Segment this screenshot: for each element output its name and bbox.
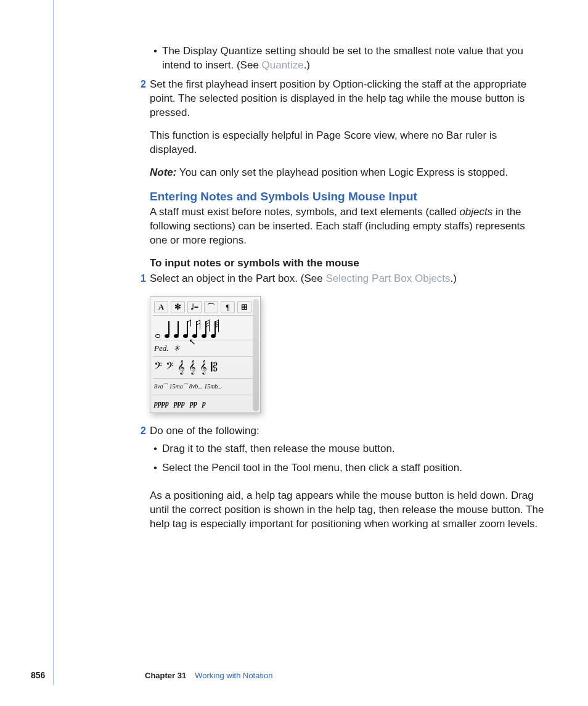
dynamic-symbol[interactable]: pppp: [154, 398, 169, 408]
procedure-title: To input notes or symbols with the mouse: [150, 257, 544, 271]
pedal-release-icon[interactable]: ✳: [173, 343, 180, 354]
body-text: .): [451, 273, 457, 284]
body-text: A staff must exist before notes, symbols…: [150, 206, 459, 218]
list-item: • The Display Quantize setting should be…: [150, 44, 544, 73]
whole-note-icon[interactable]: [154, 321, 161, 338]
numbered-step: 2 Do one of the following: • Drag it to …: [137, 424, 544, 532]
thirtysecond-note-icon[interactable]: [200, 321, 208, 338]
bullet-icon: •: [153, 44, 157, 59]
numbered-step: 2 Set the first playhead insert position…: [137, 78, 544, 180]
bullet-icon: •: [153, 442, 157, 456]
part-box-panel: A ✻ ♩= ⌒ ¶ ⊞ ↖: [150, 296, 261, 413]
treble-clef-icon[interactable]: 𝄞: [178, 359, 185, 376]
chapter-label: Chapter 31: [145, 670, 186, 681]
note-paragraph: Note: You can only set the playhead posi…: [150, 166, 544, 180]
chapter-info: Chapter 31 Working with Notation: [145, 670, 272, 681]
body-text: This function is especially helpful in P…: [150, 129, 544, 157]
half-note-icon[interactable]: [163, 321, 171, 338]
page-number: 856: [31, 670, 52, 681]
part-box-dynamics-row: pppp ppp pp p: [153, 395, 258, 411]
body-text: Select the Pencil tool in the Tool menu,…: [162, 462, 462, 474]
bass-clef-icon[interactable]: 𝄢: [154, 359, 162, 376]
dynamic-symbol[interactable]: pp: [190, 398, 197, 408]
page-footer: 856 Chapter 31 Working with Notation: [31, 670, 549, 681]
bullet-icon: •: [153, 461, 157, 475]
chapter-title: Working with Notation: [195, 670, 272, 681]
dynamic-symbol[interactable]: ppp: [174, 398, 185, 408]
step-number: 1: [137, 272, 146, 285]
octave-symbol[interactable]: 15ma⎴: [169, 382, 186, 391]
quarter-note-icon[interactable]: [173, 321, 180, 338]
part-box-tab[interactable]: ♩=: [187, 301, 202, 313]
left-vertical-rule: [53, 0, 54, 685]
content-column: • The Display Quantize setting should be…: [150, 44, 544, 540]
emphasized-text: objects: [459, 206, 492, 218]
body-text: .): [304, 59, 310, 71]
bass-clef-icon[interactable]: 𝄢: [166, 359, 174, 376]
sixtyfourth-note-icon[interactable]: [210, 321, 217, 338]
list-item: • Select the Pencil tool in the Tool men…: [150, 461, 544, 475]
body-text: The Display Quantize setting should be s…: [162, 45, 523, 71]
part-box-tab[interactable]: ¶: [221, 301, 235, 313]
body-text: Set the first playhead insert position b…: [150, 78, 544, 120]
treble-clef-icon[interactable]: 𝄞: [189, 359, 196, 376]
treble-clef-icon[interactable]: 𝄞: [200, 359, 207, 376]
part-box-clef-row: 𝄢 𝄢 𝄞 𝄞 𝄞 𝄡: [153, 357, 258, 379]
octave-symbol[interactable]: 15mb⎵: [204, 382, 221, 391]
part-box-tab[interactable]: A: [154, 301, 168, 313]
octave-symbol[interactable]: 8va⎴: [154, 382, 166, 391]
part-box-tab[interactable]: ⊞: [237, 301, 251, 313]
figure-part-box: A ✻ ♩= ⌒ ¶ ⊞ ↖: [150, 296, 544, 413]
part-box-octave-row: 8va⎴ 15ma⎴ 8vb⎵ 15mb⎵: [153, 379, 258, 395]
body-paragraph: A staff must exist before notes, symbols…: [150, 205, 544, 248]
eighth-note-icon[interactable]: [182, 321, 189, 338]
body-text: You can only set the playhead position w…: [176, 166, 508, 178]
link-selecting-part-box[interactable]: Selecting Part Box Objects: [325, 273, 450, 284]
dynamic-symbol[interactable]: p: [202, 398, 206, 408]
alto-clef-icon[interactable]: 𝄡: [211, 359, 218, 376]
link-quantize[interactable]: Quantize: [262, 59, 304, 71]
body-text: Drag it to the staff, then release the m…: [162, 443, 395, 454]
body-text: As a positioning aid, a help tag appears…: [150, 489, 544, 532]
body-text: Do one of the following:: [150, 424, 544, 438]
part-box-tab-row: A ✻ ♩= ⌒ ¶ ⊞: [153, 299, 258, 316]
numbered-step: 1 Select an object in the Part box. (See…: [137, 272, 544, 286]
list-item: • Drag it to the staff, then release the…: [150, 442, 544, 456]
body-text: Select an object in the Part box. (See: [150, 273, 325, 284]
part-box-pedal-row: Ped. ✳: [153, 340, 258, 357]
sixteenth-note-icon[interactable]: [191, 321, 198, 338]
page: • The Display Quantize setting should be…: [0, 0, 588, 706]
note-label: Note:: [150, 166, 176, 178]
octave-symbol[interactable]: 8vb⎵: [189, 382, 202, 391]
step-number: 2: [137, 424, 146, 438]
pedal-icon[interactable]: Ped.: [154, 343, 168, 354]
part-box-tab[interactable]: ✻: [171, 301, 185, 313]
section-heading: Entering Notes and Symbols Using Mouse I…: [150, 189, 544, 205]
part-box-notes-row: ↖: [153, 316, 258, 340]
step-number: 2: [137, 78, 146, 91]
part-box-tab[interactable]: ⌒: [204, 301, 218, 313]
